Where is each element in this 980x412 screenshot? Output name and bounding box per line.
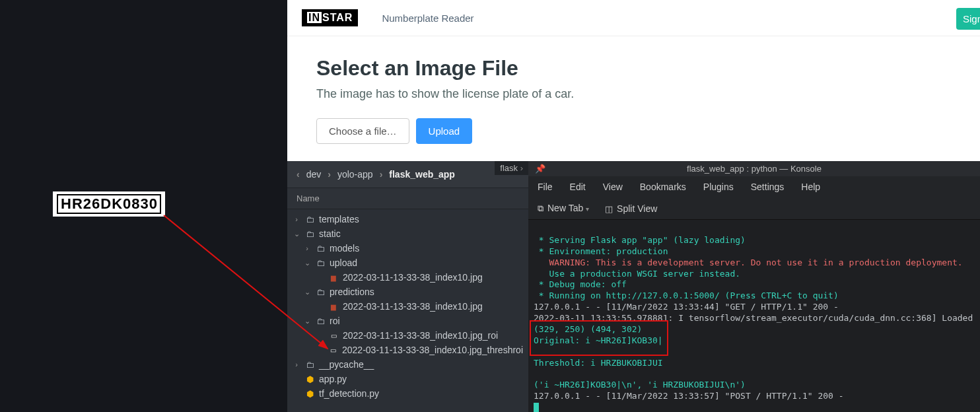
image-icon: ▭ <box>328 332 339 339</box>
python-icon: ⬢ <box>304 374 315 384</box>
menu-bookmarks[interactable]: Bookmarks <box>640 182 686 192</box>
upload-button[interactable]: Upload <box>416 118 473 144</box>
license-plate-image: HR26DK0830 <box>53 191 165 217</box>
web-body: Select an Image File The image has to sh… <box>287 36 980 154</box>
folder-templates[interactable]: ›🗀templates <box>287 212 528 226</box>
folder-icon: 🗀 <box>315 316 326 326</box>
new-tab-icon: ⧉ <box>538 203 543 213</box>
term-line: 2022-03-11 13:33:55.978881: I tensorflow… <box>534 313 973 323</box>
titlebar[interactable]: 📌 flask_web_app : python — Konsole <box>528 161 980 176</box>
term-line: 127.0.0.1 - - [11/Mar/2022 13:33:57] "PO… <box>534 391 844 401</box>
folder-icon: 🗀 <box>315 244 326 254</box>
left-preview-pane: HR26DK0830 <box>0 0 287 412</box>
menu-edit[interactable]: Edit <box>570 182 586 192</box>
file-tree: ›🗀templates ⌄🗀static ›🗀models ⌄🗀upload ▆… <box>287 209 528 403</box>
page-title: Select an Image File <box>316 56 951 81</box>
file-app-py[interactable]: ⬢app.py <box>287 372 528 386</box>
file-upload-img[interactable]: ▆2022-03-11-13-33-38_index10.jpg <box>287 270 528 285</box>
konsole-window: 📌 flask_web_app : python — Konsole File … <box>528 161 980 412</box>
breadcrumb-dev[interactable]: dev <box>306 169 322 180</box>
menu-bar: File Edit View Bookmarks Plugins Setting… <box>528 176 980 197</box>
menu-help[interactable]: Help <box>801 182 820 192</box>
file-explorer: flask › ‹ dev › yolo-app › flask_web_app… <box>287 161 528 412</box>
folder-static[interactable]: ⌄🗀static <box>287 226 528 241</box>
folder-pycache[interactable]: ›🗀__pycache__ <box>287 357 528 372</box>
pin-icon[interactable]: 📌 <box>535 164 545 174</box>
file-tf-detection-py[interactable]: ⬢tf_detection.py <box>287 386 528 401</box>
page-subtitle: The image has to show the license plate … <box>316 87 951 101</box>
window-title: flask_web_app : python — Konsole <box>528 164 980 174</box>
menu-settings[interactable]: Settings <box>751 182 785 192</box>
choose-file-button[interactable]: Choose a file… <box>316 118 409 144</box>
term-line: 127.0.0.1 - - [11/Mar/2022 13:33:44] "GE… <box>534 302 839 312</box>
menu-file[interactable]: File <box>538 182 553 192</box>
split-icon: ◫ <box>605 204 613 214</box>
image-icon: ▆ <box>328 303 339 310</box>
folder-predictions[interactable]: ⌄🗀predictions <box>287 285 528 299</box>
explorer-tab[interactable]: flask › <box>495 161 528 175</box>
folder-icon: 🗀 <box>315 287 326 297</box>
cursor <box>534 403 539 412</box>
term-line-original: Original: i ~HR26I]KOB30| <box>534 335 663 345</box>
folder-icon: 🗀 <box>304 229 315 239</box>
file-pred-img[interactable]: ▆2022-03-11-13-33-38_index10.jpg <box>287 299 528 314</box>
split-view-button[interactable]: ◫Split View <box>605 203 657 214</box>
folder-icon: 🗀 <box>315 258 326 268</box>
term-line: * Running on http://127.0.0.1:5000/ (Pre… <box>534 291 839 300</box>
folder-icon: 🗀 <box>304 215 315 224</box>
toolbar: ⧉New Tab ▾ ◫Split View <box>528 197 980 220</box>
image-icon: ▭ <box>328 347 338 354</box>
python-icon: ⬢ <box>304 389 315 399</box>
term-line: * Serving Flask app "app" (lazy loading) <box>534 235 746 245</box>
logo-rest: STAR <box>322 12 353 23</box>
new-tab-button[interactable]: ⧉New Tab ▾ <box>538 203 589 214</box>
column-header-name[interactable]: Name <box>287 188 528 209</box>
folder-icon: 🗀 <box>304 360 315 370</box>
file-threshroi[interactable]: ▭2022-03-11-13-33-38_index10.jpg_threshr… <box>287 343 528 357</box>
breadcrumb-yolo-app[interactable]: yolo-app <box>337 169 373 180</box>
term-line: * Environment: production <box>534 246 668 256</box>
nav-numberplate-reader[interactable]: Numberplate Reader <box>382 13 473 24</box>
term-line-threshold: Threshold: i HRZBUKOBIJUI <box>534 358 663 368</box>
breadcrumb-current[interactable]: flask_web_app <box>389 169 455 180</box>
term-line: ('i ~HR26I]KOB30|\n', 'i HRZBUKOBIJUI\n'… <box>534 380 746 390</box>
web-header: INSTAR Numberplate Reader Sign Up <box>287 0 980 36</box>
term-line: * Debug mode: off <box>534 279 627 289</box>
image-icon: ▆ <box>328 274 339 281</box>
menu-view[interactable]: View <box>603 182 623 192</box>
menu-plugins[interactable]: Plugins <box>703 182 734 192</box>
term-line: (329, 250) (494, 302) <box>534 324 642 334</box>
term-line-warning: WARNING: This is a development server. D… <box>534 258 963 267</box>
license-plate-text: HR26DK0830 <box>57 194 161 214</box>
term-line: Use a production WSGI server instead. <box>534 269 740 279</box>
breadcrumb: ‹ dev › yolo-app › flask_web_app <box>287 161 528 188</box>
chevron-left-icon[interactable]: ‹ <box>297 169 300 180</box>
file-roi[interactable]: ▭2022-03-11-13-33-38_index10.jpg_roi <box>287 328 528 343</box>
logo: INSTAR <box>302 9 358 26</box>
folder-upload[interactable]: ⌄🗀upload <box>287 256 528 270</box>
signup-button[interactable]: Sign Up <box>956 8 980 30</box>
folder-roi[interactable]: ⌄🗀roi <box>287 314 528 328</box>
folder-models[interactable]: ›🗀models <box>287 241 528 256</box>
web-app: INSTAR Numberplate Reader Sign Up Select… <box>287 0 980 161</box>
terminal-output[interactable]: * Serving Flask app "app" (lazy loading)… <box>528 220 980 412</box>
logo-in: IN <box>307 12 322 23</box>
